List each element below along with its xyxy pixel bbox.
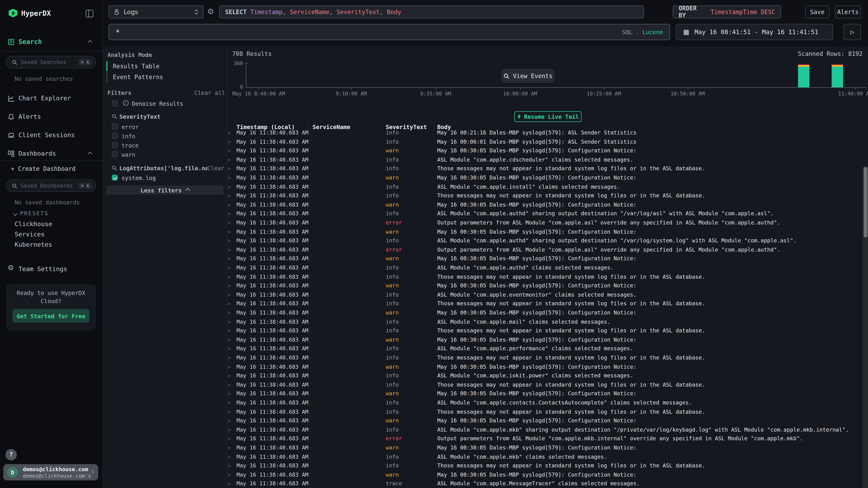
row-expand-icon[interactable]: >	[228, 192, 231, 201]
source-select[interactable]: Logs	[108, 5, 204, 19]
row-expand-icon[interactable]: >	[228, 398, 231, 408]
row-expand-icon[interactable]: >	[228, 282, 231, 291]
log-row[interactable]: >May 16 11:38:40.683 AMinfoThose message…	[103, 354, 868, 363]
row-expand-icon[interactable]: >	[228, 236, 231, 246]
row-expand-icon[interactable]: >	[228, 425, 231, 434]
user-menu[interactable]: D demos@clickhouse.com demos@clickhouse.…	[3, 464, 98, 480]
run-query-button[interactable]: ▷	[844, 24, 861, 40]
lucene-mode-toggle[interactable]: Lucene	[642, 29, 663, 35]
help-button[interactable]: ?	[5, 449, 17, 460]
row-expand-icon[interactable]: >	[228, 129, 231, 137]
row-expand-icon[interactable]: >	[228, 363, 231, 371]
log-row[interactable]: >May 16 11:38:40.683 AMwarnMay 16 00:30:…	[103, 200, 868, 209]
row-expand-icon[interactable]: >	[228, 371, 231, 381]
chart-plot-area[interactable]: May 16 8:40:00 AM9:10:00 AM9:35:00 AM10:…	[246, 61, 866, 92]
row-expand-icon[interactable]: >	[228, 137, 231, 147]
log-row[interactable]: >May 16 11:38:40.683 AMerrorOutput param…	[103, 219, 868, 228]
mode-results-table[interactable]: Results Table	[106, 61, 215, 71]
sql-mode-toggle[interactable]: SQL	[622, 29, 632, 35]
log-row[interactable]: >May 16 11:38:40.683 AMinfoMay 16 00:21:…	[103, 129, 868, 137]
log-row[interactable]: >May 16 11:38:40.683 AMinfoThose message…	[103, 381, 868, 390]
resume-live-tail-button[interactable]: Resume Live Tail	[514, 111, 582, 122]
log-row[interactable]: >May 16 11:38:40.683 AMwarnMay 16 00:30:…	[103, 282, 868, 291]
column-grip-icon[interactable]: ⋮	[306, 123, 311, 129]
row-expand-icon[interactable]: >	[228, 246, 231, 255]
log-row[interactable]: >May 16 11:38:40.683 AMinfoASL Module "c…	[103, 236, 868, 246]
clear-all-button[interactable]: Clear all	[194, 90, 225, 96]
row-expand-icon[interactable]: >	[228, 147, 231, 156]
row-expand-icon[interactable]: >	[228, 345, 231, 354]
log-row[interactable]: >May 16 11:38:40.683 AMinfoASL Module "c…	[103, 318, 868, 327]
histogram-bar[interactable]	[832, 65, 843, 87]
log-row[interactable]: >May 16 11:38:40.683 AMinfoASL Module "c…	[103, 371, 868, 381]
row-expand-icon[interactable]: >	[228, 480, 231, 488]
row-expand-icon[interactable]: >	[228, 183, 231, 192]
row-expand-icon[interactable]: >	[228, 434, 231, 444]
row-expand-icon[interactable]: >	[228, 318, 231, 327]
gear-icon[interactable]: ⚙	[207, 7, 214, 16]
row-expand-icon[interactable]: >	[228, 335, 231, 345]
row-expand-icon[interactable]: >	[228, 308, 231, 318]
log-row[interactable]: >May 16 11:38:40.683 AMwarnMay 16 00:30:…	[103, 308, 868, 318]
row-expand-icon[interactable]: >	[228, 470, 231, 480]
row-expand-icon[interactable]: >	[228, 228, 231, 236]
log-row[interactable]: >May 16 11:38:40.683 AMinfoMay 16 00:06:…	[103, 137, 868, 147]
log-row[interactable]: >May 16 11:38:40.683 AMwarnMay 16 00:30:…	[103, 228, 868, 236]
log-row[interactable]: >May 16 11:38:40.683 AMwarnMay 16 00:30:…	[103, 363, 868, 371]
sidebar-item-dashboards[interactable]: Dashboards	[0, 148, 103, 159]
row-expand-icon[interactable]: >	[228, 327, 231, 336]
row-expand-icon[interactable]: >	[228, 354, 231, 363]
log-row[interactable]: >May 16 11:38:40.683 AMinfoASL Module "c…	[103, 425, 868, 434]
log-row[interactable]: >May 16 11:38:40.683 AMinfoThose message…	[103, 164, 868, 173]
log-row[interactable]: >May 16 11:38:40.683 AMwarnMay 16 00:30:…	[103, 147, 868, 156]
log-row[interactable]: >May 16 11:38:40.683 AMwarnMay 16 00:30:…	[103, 173, 868, 183]
row-expand-icon[interactable]: >	[228, 164, 231, 173]
row-expand-icon[interactable]: >	[228, 462, 231, 470]
row-expand-icon[interactable]: >	[228, 209, 231, 219]
sidebar-item-alerts[interactable]: Alerts	[0, 110, 103, 123]
log-row[interactable]: >May 16 11:38:40.683 AMinfoThose message…	[103, 327, 868, 336]
log-row[interactable]: >May 16 11:38:40.683 AMwarnMay 16 00:30:…	[103, 255, 868, 263]
log-row[interactable]: >May 16 11:38:40.683 AMinfoThose message…	[103, 408, 868, 417]
mode-event-patterns[interactable]: Event Patterns	[106, 72, 215, 82]
alerts-button[interactable]: Alerts	[835, 5, 861, 19]
column-grip-icon[interactable]: ⋮	[379, 123, 384, 129]
get-started-button[interactable]: Get Started for Free	[12, 309, 90, 323]
view-events-button[interactable]: View Events	[501, 69, 554, 83]
row-expand-icon[interactable]: >	[228, 173, 231, 183]
order-by-input[interactable]: ORDER BY TimestampTime DESC	[673, 5, 781, 19]
denoise-label[interactable]: Denoise Results	[132, 100, 183, 107]
log-row[interactable]: >May 16 11:38:40.683 AMwarnMay 16 00:30:…	[103, 335, 868, 345]
preset-clickhouse[interactable]: Clickhouse	[14, 220, 52, 228]
log-row[interactable]: >May 16 11:38:40.683 AMerrorOutput param…	[103, 246, 868, 255]
log-row[interactable]: >May 16 11:38:40.683 AMinfoThose message…	[103, 272, 868, 282]
sql-select-input[interactable]: SELECT Timestamp, ServiceName, SeverityT…	[219, 5, 644, 19]
sidebar-collapse-icon[interactable]	[86, 10, 93, 18]
log-row[interactable]: >May 16 11:38:40.683 AMtraceASL Module "…	[103, 480, 868, 488]
log-row[interactable]: >May 16 11:38:40.683 AMinfoASL Module "c…	[103, 453, 868, 462]
preset-services[interactable]: Services	[14, 230, 45, 238]
log-row[interactable]: >May 16 11:38:40.683 AMinfoASL Module "c…	[103, 263, 868, 272]
sidebar-item-client-sessions[interactable]: Client Sessions	[0, 129, 103, 141]
row-expand-icon[interactable]: >	[228, 299, 231, 308]
saved-searches-input[interactable]: Saved Searches ⌘ K	[6, 56, 96, 68]
column-grip-icon[interactable]: ⋮	[431, 123, 437, 129]
log-row[interactable]: >May 16 11:38:40.683 AMinfoASL Module "c…	[103, 156, 868, 164]
histogram-bar[interactable]	[798, 65, 809, 87]
log-row[interactable]: >May 16 11:38:40.683 AMwarnMay 16 00:30:…	[103, 470, 868, 480]
row-expand-icon[interactable]: >	[228, 390, 231, 398]
row-expand-icon[interactable]: >	[228, 156, 231, 164]
create-dashboard-button[interactable]: + Create Dashboard	[11, 165, 75, 172]
row-expand-icon[interactable]: >	[228, 263, 231, 272]
log-row[interactable]: >May 16 11:38:40.683 AMinfoASL Module "c…	[103, 183, 868, 192]
row-expand-icon[interactable]: >	[228, 444, 231, 453]
row-expand-icon[interactable]: >	[228, 272, 231, 282]
row-expand-icon[interactable]: >	[228, 381, 231, 390]
log-row[interactable]: >May 16 11:38:40.683 AMinfoASL Module "c…	[103, 209, 868, 219]
sidebar-item-chart-explorer[interactable]: Chart Explorer	[0, 92, 103, 104]
row-expand-icon[interactable]: >	[228, 219, 231, 228]
row-expand-icon[interactable]: >	[228, 200, 231, 209]
search-query-input[interactable]: * SQL | Lucene	[108, 24, 670, 40]
save-button[interactable]: Save	[805, 5, 830, 19]
row-expand-icon[interactable]: >	[228, 417, 231, 426]
